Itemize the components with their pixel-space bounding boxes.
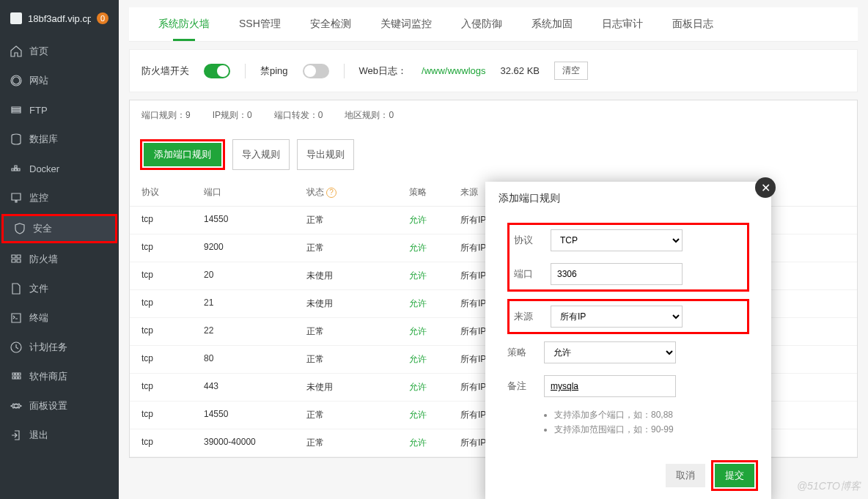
home-icon xyxy=(10,45,22,57)
help-icon[interactable]: ? xyxy=(326,188,336,198)
cell-policy: 允许 xyxy=(409,353,460,366)
rule-tab[interactable]: 端口规则：9 xyxy=(141,109,191,122)
clock-icon xyxy=(10,341,22,353)
docker-icon xyxy=(10,163,22,174)
firewall-icon xyxy=(10,254,22,265)
proto-select[interactable]: TCP xyxy=(551,229,683,251)
ftp-icon xyxy=(10,104,22,116)
cell-port: 80 xyxy=(204,353,306,366)
tab-SSH管理[interactable]: SSH管理 xyxy=(224,7,295,41)
cell-port: 443 xyxy=(204,381,306,393)
sidebar-item-label: 安全 xyxy=(33,222,52,235)
tab-面板日志[interactable]: 面板日志 xyxy=(658,7,728,41)
cell-state: 正常 xyxy=(306,242,409,254)
sidebar-item-软件商店[interactable]: 软件商店 xyxy=(0,362,119,391)
cell-policy: 允许 xyxy=(409,409,460,421)
tab-入侵防御[interactable]: 入侵防御 xyxy=(446,7,517,41)
firewall-switch-label: 防火墙开关 xyxy=(141,64,189,78)
sidebar-item-Docker[interactable]: Docker xyxy=(0,154,119,183)
hint-item: 支持添加多个端口，如：80,88 xyxy=(554,409,749,421)
notification-badge[interactable]: 0 xyxy=(97,12,108,24)
sidebar-item-文件[interactable]: 文件 xyxy=(0,274,119,303)
cell-proto: tcp xyxy=(141,297,204,310)
ping-toggle[interactable] xyxy=(303,64,329,78)
ping-label: 禁ping xyxy=(260,64,288,78)
cell-state: 正常 xyxy=(306,437,409,449)
cancel-button[interactable]: 取消 xyxy=(666,464,705,487)
cell-proto: tcp xyxy=(141,381,204,393)
tab-系统防火墙[interactable]: 系统防火墙 xyxy=(144,7,224,41)
cell-policy: 允许 xyxy=(409,214,460,226)
divider xyxy=(245,64,246,78)
clear-log-button[interactable]: 清空 xyxy=(554,62,588,80)
cell-proto: tcp xyxy=(141,409,204,421)
terminal-icon xyxy=(10,312,22,324)
rule-tab[interactable]: IP规则：0 xyxy=(213,109,252,122)
submit-button[interactable]: 提交 xyxy=(715,464,754,487)
cell-proto: tcp xyxy=(141,325,204,338)
rule-tabs: 端口规则：9IP规则：0端口转发：0地区规则：0 xyxy=(129,100,858,130)
sidebar: 18bf3adf.vip.cp... 0 首页网站FTP数据库Docker监控安… xyxy=(0,0,119,499)
modal-title: 添加端口规则 xyxy=(485,182,771,215)
sidebar-item-数据库[interactable]: 数据库 xyxy=(0,125,119,154)
add-port-rule-button[interactable]: 添加端口规则 xyxy=(144,143,221,166)
sidebar-item-防火墙[interactable]: 防火墙 xyxy=(0,245,119,274)
sidebar-item-退出[interactable]: 退出 xyxy=(0,421,119,450)
cell-policy: 允许 xyxy=(409,437,460,449)
import-rules-button[interactable]: 导入规则 xyxy=(232,139,290,170)
watermark: @51CTO博客 xyxy=(797,480,861,493)
sidebar-item-label: 首页 xyxy=(29,45,48,58)
sidebar-item-label: Docker xyxy=(29,163,59,174)
sidebar-item-首页[interactable]: 首页 xyxy=(0,37,119,66)
file-icon xyxy=(10,283,22,295)
sidebar-item-label: 监控 xyxy=(29,191,48,204)
col-protocol: 协议 xyxy=(141,186,204,199)
sidebar-item-终端[interactable]: 终端 xyxy=(0,303,119,333)
cell-port: 14550 xyxy=(204,409,306,421)
close-icon[interactable]: ✕ xyxy=(755,177,776,198)
cell-proto: tcp xyxy=(141,214,204,226)
rule-tab[interactable]: 地区规则：0 xyxy=(345,109,394,122)
cell-policy: 允许 xyxy=(409,297,460,310)
cell-port: 21 xyxy=(204,297,306,310)
sidebar-item-label: 计划任务 xyxy=(29,341,67,354)
firewall-toggle[interactable] xyxy=(204,64,230,78)
sidebar-item-label: 文件 xyxy=(29,282,48,295)
note-input[interactable] xyxy=(544,375,676,397)
cell-port: 20 xyxy=(204,270,306,282)
cell-port: 39000-40000 xyxy=(204,437,306,449)
cell-state: 未使用 xyxy=(306,270,409,282)
cell-state: 正常 xyxy=(306,353,409,366)
server-icon xyxy=(10,12,22,24)
source-label: 来源 xyxy=(514,310,551,323)
col-policy: 策略 xyxy=(409,186,460,199)
weblog-label: Web日志： xyxy=(359,64,408,78)
tab-安全检测[interactable]: 安全检测 xyxy=(295,7,366,41)
source-select[interactable]: 所有IP xyxy=(551,306,683,328)
tab-系统加固[interactable]: 系统加固 xyxy=(517,7,587,41)
cell-proto: tcp xyxy=(141,437,204,449)
settings-icon xyxy=(10,400,22,412)
cell-port: 14550 xyxy=(204,214,306,226)
tab-关键词监控[interactable]: 关键词监控 xyxy=(366,7,446,41)
cell-policy: 允许 xyxy=(409,325,460,338)
rule-tab[interactable]: 端口转发：0 xyxy=(274,109,323,122)
shield-icon xyxy=(14,223,26,234)
col-state: 状态? xyxy=(306,186,409,199)
port-input[interactable] xyxy=(551,263,683,285)
cell-state: 正常 xyxy=(306,325,409,338)
tab-日志审计[interactable]: 日志审计 xyxy=(587,7,658,41)
weblog-path-link[interactable]: /www/wwwlogs xyxy=(422,65,485,76)
sidebar-item-网站[interactable]: 网站 xyxy=(0,66,119,95)
action-row: 添加端口规则 导入规则 导出规则 xyxy=(129,130,858,179)
sidebar-item-计划任务[interactable]: 计划任务 xyxy=(0,333,119,362)
policy-select[interactable]: 允许 xyxy=(544,341,676,363)
sidebar-item-面板设置[interactable]: 面板设置 xyxy=(0,391,119,421)
sidebar-item-监控[interactable]: 监控 xyxy=(0,183,119,212)
monitor-icon xyxy=(10,192,22,204)
sidebar-item-label: 退出 xyxy=(29,429,48,442)
sidebar-item-安全[interactable]: 安全 xyxy=(1,214,117,243)
cell-proto: tcp xyxy=(141,242,204,254)
sidebar-item-FTP[interactable]: FTP xyxy=(0,95,119,125)
export-rules-button[interactable]: 导出规则 xyxy=(297,139,354,170)
